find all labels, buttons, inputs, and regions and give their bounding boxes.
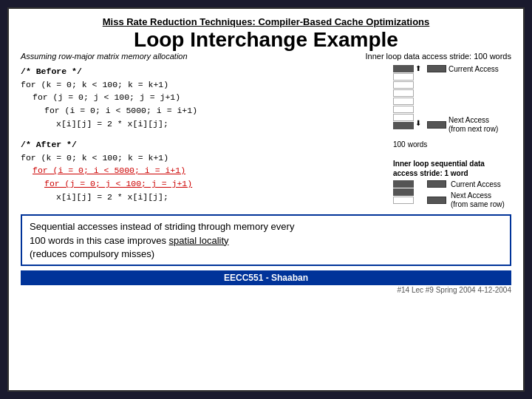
mem-cell-2 <box>393 81 414 89</box>
footer-bar: EECC551 - Shaaban <box>21 270 511 285</box>
after-line1: for (k = 0; k < 100; k = k+1) <box>21 151 387 165</box>
seq-cell-1 <box>393 188 414 196</box>
stride-label-line1: Inner loop sequential data <box>393 160 485 168</box>
current-access-label2: Current Access <box>451 180 501 188</box>
current-access-rect2 <box>427 180 446 188</box>
stride-arrow-bottom: ⬇ <box>415 120 421 127</box>
next-access-row: Next Access (from next row) <box>427 116 499 134</box>
words-text: words <box>408 140 428 149</box>
spatial-locality-text: spatial locality <box>169 235 229 246</box>
current-access-row: Current Access <box>427 65 499 73</box>
current-access-row2: Current Access <box>427 180 505 188</box>
before-line2: for (j = 0; j < 100; j = j+1) <box>21 91 387 104</box>
mem-cell-5 <box>393 106 414 113</box>
after-comment: /* After */ <box>21 138 387 151</box>
main-title: Loop Interchange Example <box>21 29 511 52</box>
after-block: /* After */ for (k = 0; k < 100; k = k+1… <box>21 138 387 204</box>
top-title: Miss Rate Reduction Techniques: Compiler… <box>21 16 511 27</box>
mem-cell-1 <box>393 73 414 81</box>
next-access-label2-2: (from same row) <box>451 200 505 209</box>
mem-cell-0 <box>393 65 414 72</box>
next-access-rect2 <box>427 197 446 204</box>
after-line4: x[i][j] = 2 * x[i][j]; <box>21 191 387 204</box>
content-area: /* Before */ for (k = 0; k < 100; k = k+… <box>21 65 511 210</box>
bottom-text-part1: 100 words in this case improves <box>30 235 169 246</box>
before-line1: for (k = 0; k < 100; k = k+1) <box>21 78 387 92</box>
stride-label-line2: access stride: 1 word <box>393 169 468 177</box>
code-section: /* Before */ for (k = 0; k < 100; k = k+… <box>21 65 387 210</box>
mem-cell-6 <box>393 114 414 121</box>
before-block: /* Before */ for (k = 0; k < 100; k = k+… <box>21 65 387 131</box>
current-access-rect <box>427 65 446 72</box>
subtitle-left: Assuming row-major matrix memory allocat… <box>21 52 188 61</box>
stride-arrow: ⬆ <box>415 65 421 72</box>
next-access-labels: Next Access (from next row) <box>449 116 498 134</box>
subtitle-right: Inner loop data access stride: 100 words <box>365 52 511 61</box>
bottom-box: Sequential accesses instead of striding … <box>21 214 511 267</box>
before-diag-labels: Current Access Next Access (from next ro… <box>427 65 499 134</box>
next-access-label1: Next Access <box>449 116 498 125</box>
after-diagram-wrapper: Inner loop sequential data access stride… <box>393 159 511 210</box>
mem-cell-4 <box>393 98 414 105</box>
words-label-row: 100 words <box>393 140 511 149</box>
bottom-text-line3: (reduces compulsory misses) <box>30 248 502 262</box>
seq-cell-2 <box>393 197 414 204</box>
after-line3: for (j = 0; j < 100; j = j+1) <box>21 177 387 191</box>
memory-visual-after <box>393 180 423 210</box>
memory-visual-before: ⬆ ⬇ <box>393 65 423 139</box>
bottom-text-line1: Sequential accesses instead of striding … <box>30 220 502 234</box>
seq-cell-0 <box>393 180 414 188</box>
subtitle-row: Assuming row-major matrix memory allocat… <box>21 52 511 61</box>
before-diagram: ⬆ ⬇ Current Access Next Access <box>393 65 511 149</box>
mem-cell-3 <box>393 89 414 97</box>
next-access-row2: Next Access (from same row) <box>427 191 505 209</box>
current-access-label: Current Access <box>449 65 499 73</box>
after-diag-labels: Current Access Next Access (from same ro… <box>427 180 505 209</box>
after-diagram: Current Access Next Access (from same ro… <box>393 180 511 210</box>
next-access-rect <box>427 121 446 129</box>
next-access-label2: (from next row) <box>449 125 498 134</box>
next-access-label2-1: Next Access <box>451 191 505 200</box>
before-comment: /* Before */ <box>21 65 387 78</box>
diagram-section: ⬆ ⬇ Current Access Next Access <box>393 65 511 210</box>
before-line4: x[i][j] = 2 * x[i][j]; <box>21 117 387 131</box>
next-access-labels2: Next Access (from same row) <box>451 191 505 209</box>
words-count: 100 <box>393 140 406 149</box>
stride-label: Inner loop sequential data access stride… <box>393 159 511 178</box>
slide: Miss Rate Reduction Techniques: Compiler… <box>7 7 525 392</box>
bottom-text-line2: 100 words in this case improves spatial … <box>30 234 502 248</box>
after-line2: for (i = 0; i < 5000; i = i+1) <box>21 164 387 177</box>
before-line3: for (i = 0; i < 5000; i = i+1) <box>21 104 387 117</box>
footer-sub: #14 Lec #9 Spring 2004 4-12-2004 <box>21 286 511 294</box>
mem-cell-7 <box>393 122 414 129</box>
